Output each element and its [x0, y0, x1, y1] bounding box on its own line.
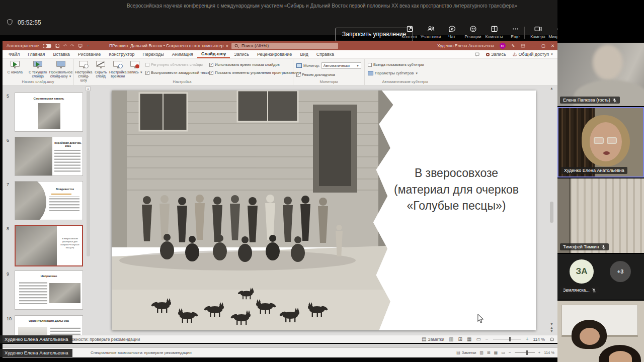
view-sorter-icon: ⊞ [487, 350, 491, 355]
chevron-down-icon: ▼ [68, 75, 71, 78]
toolbar-button-participants[interactable]: Участники [420, 25, 441, 39]
tab-home[interactable]: Главная [24, 50, 49, 58]
tab-animations[interactable]: Анимация [168, 50, 197, 58]
tab-transitions[interactable]: Переходы [139, 50, 168, 58]
comments-icon[interactable] [474, 52, 480, 57]
check-refresh-slides[interactable]: Регулярно обновлять слайды [145, 62, 209, 67]
notes-icon: ▤ [456, 350, 460, 355]
record-slideshow-button[interactable]: Запись ▼ [126, 59, 143, 85]
tab-record[interactable]: Запись [230, 50, 253, 58]
toolbar-button-rooms[interactable]: Комнаты [484, 25, 505, 39]
accessibility-status: Специальные возможности: проверьте реком… [91, 350, 192, 355]
share-name-tag: Худенко Елена Анатольевна [0, 349, 72, 357]
previous-slide-icon[interactable]: ▲ [550, 326, 553, 329]
recursive-share-strip: Специальные возможности: проверьте реком… [3, 344, 557, 357]
document-title[interactable]: ПРишвин_Дальний Восток • Сохранено в это… [109, 41, 228, 50]
tab-help[interactable]: Справка [312, 50, 338, 58]
check-presenter-view[interactable]: Режим докладчика [296, 72, 361, 77]
slide-thumbnail-10[interactable]: Ориентализация ДальГиза [15, 315, 83, 335]
tab-file[interactable]: Файл [5, 50, 24, 58]
next-slide-icon[interactable]: ▼ [550, 329, 553, 333]
glasses [594, 137, 604, 144]
slide-thumbnail-5[interactable]: Семеновская гавань [15, 93, 83, 132]
hide-slide-button[interactable]: Скрыть слайд [92, 59, 109, 85]
toolbar-button-content[interactable]: Контент [399, 25, 420, 39]
close-button[interactable]: ✕ [551, 43, 554, 48]
overflow-count-badge[interactable]: +3 [610, 261, 631, 282]
slide-number: 10 [7, 316, 12, 321]
scroll-down-icon[interactable]: ▼ [550, 322, 553, 326]
ribbon-display-icon[interactable] [520, 43, 526, 48]
notes-button[interactable]: ▤Заметки [422, 336, 444, 342]
slide-thumbnail-7[interactable]: Владивосток [15, 181, 83, 220]
toolbar-button-reactions[interactable]: Реакции [462, 25, 484, 39]
video-tile-elena-papkova[interactable]: Елена Папкова (гость) [557, 43, 644, 106]
participant-face [609, 351, 632, 362]
checkbox [145, 63, 149, 67]
save-icon[interactable] [55, 43, 60, 48]
scroll-up-icon[interactable]: ▲ [550, 86, 553, 90]
check-play-narrations[interactable]: Воспроизвести закадровый текст [145, 70, 209, 75]
zoom-out-button[interactable]: − [486, 336, 489, 342]
touch-mode-icon[interactable] [77, 43, 83, 48]
undo-icon[interactable]: ↶ [63, 43, 67, 48]
notes-icon: ▤ [422, 336, 426, 342]
zoom-level[interactable]: 114 % [533, 337, 545, 342]
slide-thumbnail-9[interactable]: Напрасино [15, 270, 83, 310]
share-document-button[interactable]: Общий доступ▼ [512, 52, 553, 57]
group-label-monitors: Мониторы [293, 79, 364, 84]
zoom-slider-thumb[interactable] [509, 337, 511, 341]
meeting-timer: 05:52:55 [6, 19, 41, 26]
autosave-toggle[interactable] [43, 44, 51, 48]
check-use-timings[interactable]: Использовать время показа слайдов [209, 62, 293, 67]
tab-review[interactable]: Рецензирование [253, 50, 296, 58]
fit-to-window-icon[interactable] [549, 337, 554, 342]
video-tile-zemlyanskaya-group[interactable]: ЗА +3 Землянска... [557, 254, 644, 300]
setup-slideshow-button[interactable]: Настройка слайд-шоу [75, 59, 92, 85]
rooms-icon [490, 25, 499, 33]
tab-view[interactable]: Вид [296, 50, 312, 58]
check-always-captions[interactable]: Всегда показывать субтитры [368, 62, 442, 67]
quick-access-chevron-icon[interactable]: ▼ [87, 44, 90, 47]
view-normal-icon[interactable]: ▥ [449, 336, 453, 342]
view-sorter-icon[interactable]: ⊞ [458, 336, 462, 342]
zoom-slider[interactable] [493, 339, 521, 339]
maximize-button[interactable]: ▢ [541, 43, 545, 48]
rehearse-timings-button[interactable]: Настройка времени [109, 59, 126, 85]
check-show-controls[interactable]: Показать элементы управления проигрывате… [209, 70, 293, 75]
slide-photo [112, 90, 396, 330]
toolbar-button-chat[interactable]: Чат [441, 25, 462, 39]
minimize-button[interactable]: — [531, 43, 536, 48]
video-tile-timofey-timkin[interactable]: Тимофей Тимкин [557, 178, 644, 253]
view-slideshow-icon[interactable]: ▭ [476, 336, 480, 342]
pen-icon[interactable]: ✎ [511, 43, 515, 48]
avatar[interactable]: ХЕ [500, 43, 506, 49]
participant-video [593, 45, 623, 80]
slide-canvas[interactable]: В зверосовхозе (материал для очерков «Го… [112, 90, 536, 330]
scrollbar-thumb[interactable] [550, 202, 553, 223]
thumbnail-scrollbar[interactable] [87, 90, 90, 256]
toolbar-button-more[interactable]: Еще [505, 25, 526, 39]
monitor-select[interactable]: Автоматически▼ [321, 62, 361, 69]
redo-icon[interactable]: ↷ [70, 43, 74, 48]
zoom-in-button[interactable]: + [526, 336, 529, 342]
search-input[interactable]: Поиск (Alt+Ы) [231, 43, 338, 49]
slide-thumbnail-6[interactable]: Корейская девочка, 1931 [15, 137, 83, 176]
tab-draw[interactable]: Рисование [74, 50, 105, 58]
meeting-title: Всероссийская научная конференция с межд… [127, 3, 517, 9]
more-icon [511, 25, 520, 33]
toolbar-button-camera[interactable]: Камера [527, 25, 548, 39]
participant-video [572, 320, 607, 349]
group-label-captions: Автоматические субтитры [365, 79, 445, 84]
view-reading-icon[interactable]: ▦ [467, 336, 471, 342]
video-tile-whiteboard-room[interactable] [557, 301, 644, 362]
caption-settings-button[interactable]: Параметры субтитров ▼ [368, 71, 442, 75]
ppt-status-bar: Специальные возможности: проверьте реком… [3, 335, 557, 343]
tab-slideshow[interactable]: Слайд-шоу [197, 50, 230, 58]
video-tile-khudenko-active-speaker[interactable]: Худенко Елена Анатольевна [557, 107, 644, 177]
canvas-scrollbar[interactable]: ▲ ▼ ▲ ▼ [549, 86, 554, 333]
record-button[interactable]: Запись [486, 52, 506, 57]
tab-design[interactable]: Конструктор [105, 50, 138, 58]
tab-insert[interactable]: Вставка [49, 50, 73, 58]
slide-thumbnail-8-selected[interactable]: В зверосовхозе (материал для очерков «Го… [15, 225, 83, 266]
